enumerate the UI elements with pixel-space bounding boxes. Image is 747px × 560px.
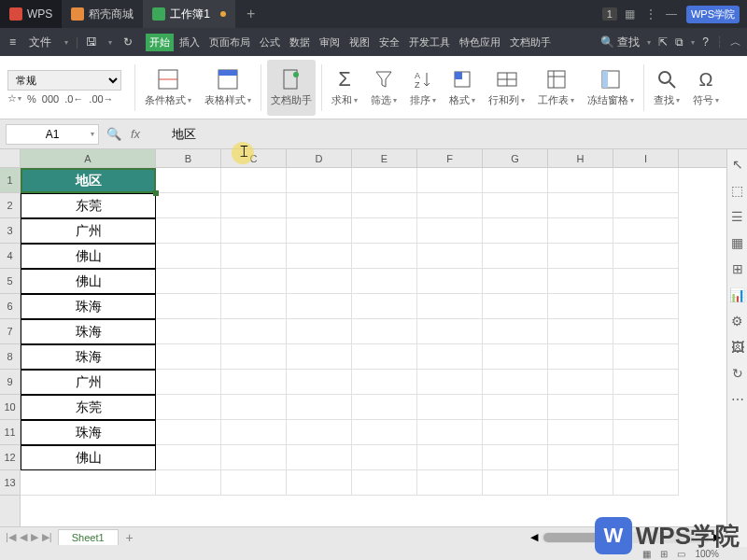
col-header-E[interactable]: E bbox=[352, 149, 417, 167]
worksheet-button[interactable]: 工作表▾ bbox=[534, 60, 578, 116]
menu-icon[interactable]: ⋮ bbox=[645, 7, 658, 21]
row-header-9[interactable]: 9 bbox=[0, 370, 20, 395]
comma-button[interactable]: 000 bbox=[42, 93, 59, 105]
row-header-11[interactable]: 11 bbox=[0, 420, 20, 445]
col-header-C[interactable]: C bbox=[221, 149, 287, 167]
cell-A2[interactable]: 东莞 bbox=[21, 193, 156, 218]
menu-tab-formula[interactable]: 公式 bbox=[256, 34, 284, 51]
menu-tab-special[interactable]: 特色应用 bbox=[456, 34, 504, 51]
search-box[interactable]: 🔍 查找 bbox=[600, 35, 640, 50]
row-header-2[interactable]: 2 bbox=[0, 193, 20, 218]
sheet-first-icon[interactable]: |◀ bbox=[6, 531, 16, 543]
add-sheet-button[interactable]: + bbox=[119, 530, 141, 545]
sheet-last-icon[interactable]: ▶| bbox=[42, 531, 52, 543]
percent-button[interactable]: % bbox=[27, 93, 36, 105]
grid-icon[interactable]: ▦ bbox=[625, 7, 638, 21]
notification-badge[interactable]: 1 bbox=[602, 7, 617, 21]
fill-handle[interactable] bbox=[153, 190, 159, 196]
file-menu[interactable]: 文件 bbox=[23, 35, 57, 50]
select-all-corner[interactable] bbox=[0, 149, 21, 167]
more-icon[interactable]: ⋯ bbox=[730, 392, 745, 407]
menu-tab-layout[interactable]: 页面布局 bbox=[205, 34, 254, 51]
zoom-icon[interactable]: 🔍 bbox=[106, 127, 121, 141]
search-dropdown-icon[interactable]: ▾ bbox=[647, 38, 651, 47]
cell-A1[interactable]: 地区 bbox=[21, 168, 156, 193]
cell-A12[interactable]: 佛山 bbox=[21, 445, 156, 470]
currency-button[interactable]: ☆▾ bbox=[7, 92, 21, 105]
cell-A13[interactable] bbox=[21, 470, 156, 496]
cell-A5[interactable]: 佛山 bbox=[21, 269, 156, 294]
cells-area[interactable]: 地区 东莞 广州 佛山 佛山 珠海 珠海 珠海 广州 东莞 珠海 佛山 bbox=[21, 168, 726, 534]
app-tab-docker[interactable]: 稻壳商城 bbox=[62, 0, 143, 28]
table-icon[interactable]: ▦ bbox=[730, 235, 745, 250]
cell-A3[interactable]: 广州 bbox=[21, 218, 156, 244]
col-header-A[interactable]: A bbox=[21, 149, 156, 167]
doc-assist-button[interactable]: 文档助手 bbox=[267, 60, 316, 116]
save-dropdown-icon[interactable]: ▾ bbox=[105, 36, 116, 49]
grid-view-icon[interactable]: ⊞ bbox=[730, 261, 745, 276]
symbol-button[interactable]: Ω 符号▾ bbox=[689, 60, 723, 116]
hscroll-thumb[interactable] bbox=[543, 533, 599, 542]
col-header-F[interactable]: F bbox=[417, 149, 483, 167]
format-button[interactable]: 格式▾ bbox=[445, 60, 479, 116]
row-header-5[interactable]: 5 bbox=[0, 269, 20, 294]
row-header-13[interactable]: 13 bbox=[0, 470, 20, 496]
table-style-button[interactable]: 表格样式▾ bbox=[201, 60, 255, 116]
backup-icon[interactable]: ↻ bbox=[730, 366, 745, 381]
filter-button[interactable]: 筛选▾ bbox=[367, 60, 401, 116]
row-header-6[interactable]: 6 bbox=[0, 294, 20, 319]
row-header-12[interactable]: 12 bbox=[0, 445, 20, 470]
rowcol-button[interactable]: 行和列▾ bbox=[485, 60, 529, 116]
formula-input[interactable]: 地区 bbox=[148, 126, 741, 143]
sheet-prev-icon[interactable]: ◀ bbox=[20, 531, 27, 543]
col-header-H[interactable]: H bbox=[548, 149, 613, 167]
cell-A9[interactable]: 广州 bbox=[21, 370, 156, 395]
row-header-8[interactable]: 8 bbox=[0, 344, 20, 370]
cond-format-button[interactable]: 条件格式▾ bbox=[141, 60, 195, 116]
cell-A11[interactable]: 珠海 bbox=[21, 420, 156, 445]
cell-A6[interactable]: 珠海 bbox=[21, 294, 156, 319]
cell-A8[interactable]: 珠海 bbox=[21, 344, 156, 370]
app-tab-workbook[interactable]: 工作簿1 bbox=[143, 0, 235, 28]
cell-A4[interactable]: 佛山 bbox=[21, 244, 156, 269]
freeze-button[interactable]: 冻结窗格▾ bbox=[584, 60, 638, 116]
window-icon[interactable]: ⧉ bbox=[675, 35, 684, 49]
add-tab-button[interactable]: + bbox=[235, 6, 266, 22]
menu-tab-docassist[interactable]: 文档助手 bbox=[506, 34, 555, 51]
window-dropdown-icon[interactable]: ▾ bbox=[691, 38, 695, 47]
select-icon[interactable]: ⬚ bbox=[730, 183, 745, 198]
minimize-icon[interactable]: — bbox=[666, 7, 679, 21]
file-dropdown-icon[interactable]: ▾ bbox=[61, 36, 72, 49]
settings-icon[interactable]: ☰ bbox=[730, 209, 745, 224]
sort-button[interactable]: AZ 排序▾ bbox=[406, 60, 440, 116]
sum-button[interactable]: Σ 求和▾ bbox=[328, 60, 361, 116]
col-header-B[interactable]: B bbox=[156, 149, 221, 167]
chart-icon[interactable]: 📊 bbox=[730, 287, 745, 302]
menu-tab-view[interactable]: 视图 bbox=[345, 34, 374, 51]
cell-A10[interactable]: 东莞 bbox=[21, 395, 156, 420]
row-header-10[interactable]: 10 bbox=[0, 395, 20, 420]
help-icon[interactable]: ? bbox=[702, 35, 709, 49]
menu-tab-data[interactable]: 数据 bbox=[286, 34, 314, 51]
menu-tab-devtools[interactable]: 开发工具 bbox=[405, 34, 454, 51]
image-icon[interactable]: 🖼 bbox=[730, 340, 745, 355]
fx-label[interactable]: fx bbox=[131, 127, 140, 141]
cell-B1[interactable] bbox=[156, 168, 221, 193]
number-format-select[interactable]: 常规 bbox=[7, 70, 121, 91]
save-icon[interactable]: 🖫 bbox=[82, 34, 101, 50]
sheet-tab-1[interactable]: Sheet1 bbox=[58, 529, 119, 545]
collapse-ribbon-icon[interactable]: ︿ bbox=[730, 35, 741, 50]
inc-decimal-button[interactable]: .0← bbox=[64, 93, 83, 105]
col-header-D[interactable]: D bbox=[287, 149, 352, 167]
col-header-I[interactable]: I bbox=[613, 149, 679, 167]
redo-icon[interactable]: ↻ bbox=[120, 34, 136, 50]
row-header-4[interactable]: 4 bbox=[0, 244, 20, 269]
hamburger-icon[interactable]: ≡ bbox=[6, 34, 20, 50]
menu-tab-start[interactable]: 开始 bbox=[146, 34, 174, 51]
link-icon[interactable]: ⚙ bbox=[730, 314, 745, 329]
menu-tab-security[interactable]: 安全 bbox=[375, 34, 403, 51]
menu-tab-review[interactable]: 审阅 bbox=[316, 34, 344, 51]
sheet-next-icon[interactable]: ▶ bbox=[31, 531, 38, 543]
cursor-icon[interactable]: ↖ bbox=[730, 157, 745, 172]
col-header-G[interactable]: G bbox=[483, 149, 548, 167]
